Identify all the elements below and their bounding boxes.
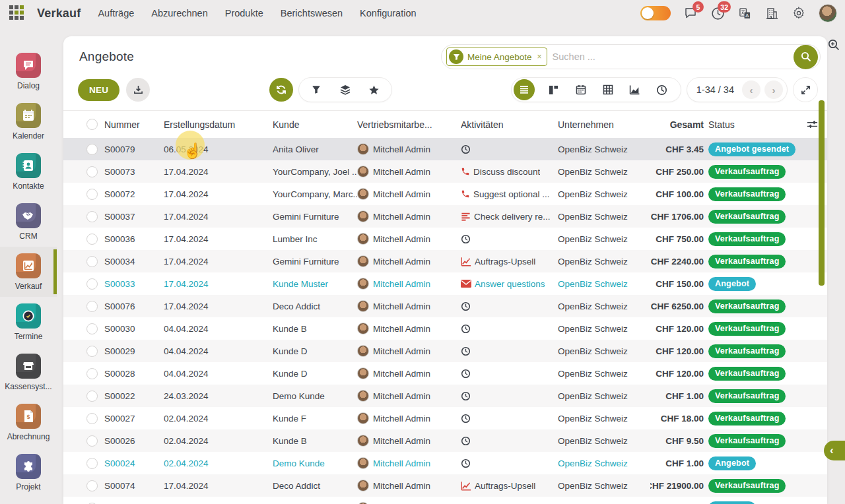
row-checkbox[interactable]: [86, 413, 98, 424]
row-checkbox[interactable]: [86, 144, 98, 155]
cell-activity[interactable]: [461, 234, 558, 244]
table-row[interactable]: S0003317.04.2024Kunde MusterMitchell Adm…: [63, 272, 827, 295]
chart-activity-icon[interactable]: [461, 257, 471, 267]
row-checkbox[interactable]: [86, 458, 98, 469]
mail-activity-icon[interactable]: [461, 280, 471, 288]
dark-mode-toggle[interactable]: [640, 6, 671, 20]
cell-activity[interactable]: [461, 391, 558, 401]
row-checkbox[interactable]: [86, 346, 98, 357]
list-activity-icon[interactable]: [461, 212, 471, 221]
sidebar-item-kassensyst[interactable]: Kassensyst...: [0, 347, 57, 397]
cell-activity[interactable]: Discuss discount: [461, 167, 558, 177]
clock-activity-icon[interactable]: [461, 346, 471, 356]
cell-activity[interactable]: [461, 346, 558, 356]
sidebar-item-projekt[interactable]: Projekt: [0, 447, 57, 497]
table-row[interactable]: S0002804.04.2024Kunde DMitchell AdminOpe…: [63, 362, 827, 385]
fullscreen-button[interactable]: [793, 77, 818, 102]
menu-abzurechnen[interactable]: Abzurechnen: [151, 8, 207, 18]
cell-activity[interactable]: [461, 301, 558, 311]
row-checkbox[interactable]: [86, 391, 98, 402]
col-activities[interactable]: Aktivitäten: [461, 119, 558, 130]
menu-auftraege[interactable]: Aufträge: [98, 8, 134, 18]
col-salesperson[interactable]: Vertriebsmitarbe...: [357, 119, 461, 130]
cell-activity[interactable]: [461, 436, 558, 446]
table-row[interactable]: S0003004.04.2024Kunde BMitchell AdminOpe…: [63, 317, 827, 340]
sidebar-item-termine[interactable]: Termine: [0, 297, 57, 347]
cell-activity[interactable]: [461, 458, 558, 468]
sidebar-item-abrechnung[interactable]: $Abrechnung: [0, 397, 57, 447]
table-row[interactable]: S0002702.04.2024Kunde FMitchell AdminOpe…: [63, 407, 827, 429]
settings-button[interactable]: [792, 6, 806, 20]
translate-button[interactable]: A: [737, 6, 752, 20]
cell-activity[interactable]: [461, 369, 558, 379]
table-row[interactable]: S0007617.04.2024Deco AddictMitchell Admi…: [63, 295, 827, 317]
new-button[interactable]: NEU: [78, 79, 119, 101]
row-checkbox[interactable]: [86, 234, 98, 245]
table-row[interactable]: S0003717.04.2024Gemini FurnitureMitchell…: [63, 205, 827, 228]
menu-konfiguration[interactable]: Konfiguration: [360, 8, 416, 18]
phone-activity-icon[interactable]: [461, 167, 470, 176]
search-placeholder[interactable]: Suchen ...: [553, 51, 788, 62]
search-bar[interactable]: Meine Angebote × Suchen ...: [441, 44, 821, 69]
row-checkbox[interactable]: [86, 323, 98, 334]
row-checkbox[interactable]: [86, 278, 98, 290]
collapse-panel-button[interactable]: ‹: [824, 441, 845, 460]
select-all-checkbox[interactable]: [86, 119, 98, 130]
clock-activity-icon[interactable]: [461, 234, 471, 244]
sidebar-item-kalender[interactable]: Kalender: [0, 96, 57, 146]
clock-activity-icon[interactable]: [461, 436, 471, 446]
row-checkbox[interactable]: [86, 256, 98, 267]
zoom-magnifier-icon[interactable]: [827, 38, 840, 54]
cell-activity[interactable]: Check delivery re...: [461, 212, 558, 222]
table-row[interactable]: S0007217.04.2024YourCompany, Marc...Mitc…: [63, 183, 827, 205]
table-row[interactable]: S0007317.04.2024YourCompany, Joel ...Mit…: [63, 160, 827, 183]
vertical-scrollbar[interactable]: [819, 100, 825, 286]
chart-activity-icon[interactable]: [461, 481, 471, 491]
table-row[interactable]: S0007417.04.2024Deco AddictMitchell Admi…: [63, 474, 827, 497]
table-row[interactable]: S0002602.04.2024Kunde BMitchell AdminOpe…: [63, 429, 827, 452]
menu-produkte[interactable]: Produkte: [225, 8, 263, 18]
table-row[interactable]: S0007906.05.2024Anita OliverMitchell Adm…: [63, 138, 827, 160]
export-button[interactable]: [126, 78, 150, 102]
clock-activity-icon[interactable]: [461, 324, 471, 334]
cell-activity[interactable]: [461, 324, 558, 334]
clock-activity-icon[interactable]: [461, 369, 471, 379]
col-company[interactable]: Unternehmen: [558, 119, 650, 130]
filter-remove-icon[interactable]: ×: [537, 52, 542, 61]
col-total[interactable]: Gesamt: [650, 119, 704, 130]
clock-activity-icon[interactable]: [461, 301, 471, 311]
row-checkbox[interactable]: [86, 480, 98, 491]
graph-view-button[interactable]: [627, 82, 643, 98]
col-number[interactable]: Nummer: [104, 119, 164, 130]
row-checkbox[interactable]: [86, 368, 98, 379]
col-customer[interactable]: Kunde: [273, 119, 357, 130]
row-checkbox[interactable]: [86, 189, 98, 200]
activities-button[interactable]: 32: [710, 6, 725, 20]
pivot-view-button[interactable]: [600, 82, 616, 98]
user-avatar[interactable]: [819, 4, 837, 22]
cell-activity[interactable]: Suggest optional ...: [461, 189, 558, 199]
row-checkbox[interactable]: [86, 166, 98, 177]
filters-icon[interactable]: [308, 82, 324, 98]
table-row[interactable]: S0003617.04.2024Lumber IncMitchell Admin…: [63, 228, 827, 250]
cell-activity[interactable]: Answer questions: [461, 279, 558, 289]
apps-grid-icon[interactable]: [9, 5, 25, 21]
sidebar-item-verkauf[interactable]: Verkauf: [0, 247, 57, 297]
phone-activity-icon[interactable]: [461, 189, 470, 199]
sidebar-item-zeiterfassu[interactable]: Zeiterfassu...: [0, 497, 57, 504]
pager-prev-button[interactable]: ‹: [742, 80, 760, 99]
company-button[interactable]: [764, 6, 779, 20]
table-row[interactable]: S0002224.03.2024Demo KundeMitchell Admin…: [63, 385, 827, 407]
clock-activity-icon[interactable]: [461, 144, 471, 154]
clock-activity-icon[interactable]: [461, 458, 471, 468]
list-view-button[interactable]: [514, 79, 535, 100]
col-status[interactable]: Status: [704, 119, 797, 130]
kanban-view-button[interactable]: [546, 82, 562, 98]
calendar-view-button[interactable]: [573, 82, 589, 98]
search-button[interactable]: [794, 45, 818, 69]
row-checkbox[interactable]: [86, 301, 98, 312]
activity-view-button[interactable]: [654, 82, 670, 98]
table-row[interactable]: S0002904.04.2024Kunde DMitchell AdminOpe…: [63, 340, 827, 362]
clock-activity-icon[interactable]: [461, 414, 471, 424]
row-checkbox[interactable]: [86, 435, 98, 447]
